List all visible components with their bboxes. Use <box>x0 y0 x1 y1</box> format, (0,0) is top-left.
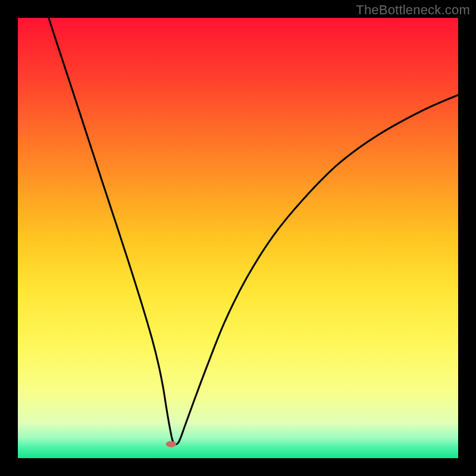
watermark-text: TheBottleneck.com <box>356 2 470 18</box>
chart-svg <box>18 18 458 458</box>
plot-area <box>18 18 458 458</box>
chart-background <box>18 18 458 458</box>
optimal-point-marker <box>166 441 177 447</box>
chart-frame: TheBottleneck.com <box>0 0 476 476</box>
